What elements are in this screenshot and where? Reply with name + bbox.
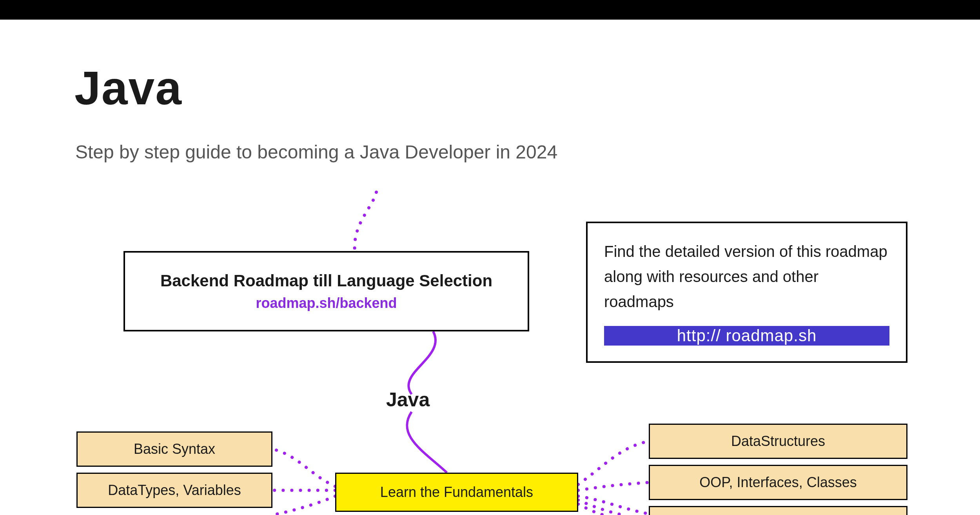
page-title: Java	[74, 61, 182, 115]
backend-roadmap-box[interactable]: Backend Roadmap till Language Selection …	[123, 251, 529, 331]
page-subtitle: Step by step guide to becoming a Java De…	[75, 141, 557, 163]
info-box-text: Find the detailed version of this roadma…	[604, 239, 889, 314]
node-datatypes-variables[interactable]: DataTypes, Variables	[76, 473, 272, 508]
diagram-canvas: Java Step by step guide to becoming a Ja…	[0, 20, 980, 515]
backend-box-title: Backend Roadmap till Language Selection	[160, 271, 492, 290]
node-oop-interfaces-classes[interactable]: OOP, Interfaces, Classes	[649, 465, 907, 500]
node-partial-row[interactable]	[649, 506, 907, 515]
node-datastructures[interactable]: DataStructures	[649, 424, 907, 459]
backend-box-link[interactable]: roadmap.sh/backend	[256, 295, 397, 311]
info-box: Find the detailed version of this roadma…	[586, 222, 907, 363]
node-learn-fundamentals[interactable]: Learn the Fundamentals	[335, 473, 578, 512]
node-basic-syntax[interactable]: Basic Syntax	[76, 431, 272, 467]
java-root-label: Java	[386, 388, 430, 411]
top-bar	[0, 0, 980, 20]
roadmap-link-button[interactable]: http:// roadmap.sh	[604, 326, 889, 346]
